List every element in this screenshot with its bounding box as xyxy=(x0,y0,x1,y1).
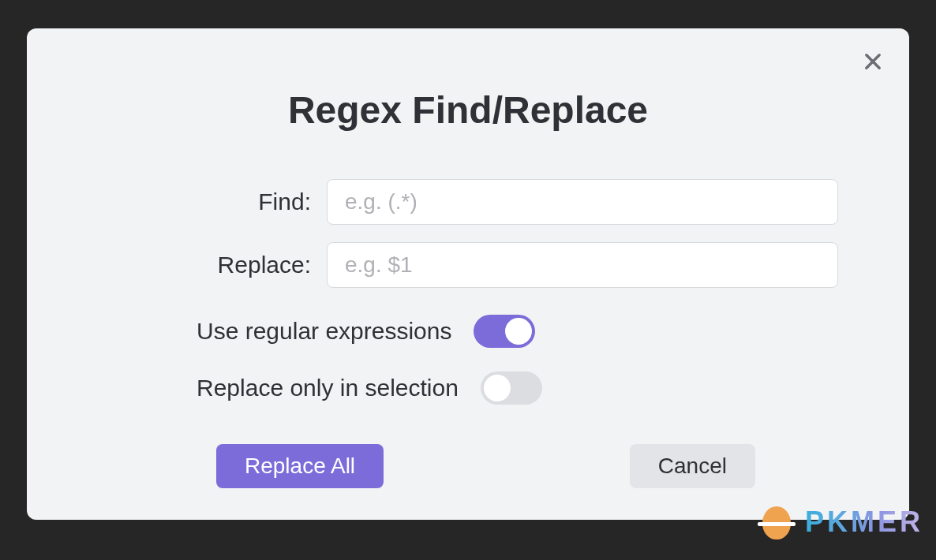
cancel-button[interactable]: Cancel xyxy=(630,444,755,488)
watermark: PKMER xyxy=(758,503,923,541)
find-label: Find: xyxy=(98,189,311,215)
watermark-logo-icon xyxy=(758,503,796,541)
toggle-rows: Use regular expressions Replace only in … xyxy=(58,315,878,405)
selection-only-label: Replace only in selection xyxy=(197,375,459,401)
find-replace-dialog: Regex Find/Replace Find: Replace: Use re… xyxy=(27,28,909,520)
watermark-text: PKMER xyxy=(805,506,923,539)
selection-only-row: Replace only in selection xyxy=(58,371,878,405)
find-input[interactable] xyxy=(327,179,838,225)
use-regex-toggle[interactable] xyxy=(474,315,535,348)
close-button[interactable] xyxy=(857,46,889,77)
use-regex-label: Use regular expressions xyxy=(197,318,451,345)
close-icon xyxy=(862,50,884,73)
use-regex-row: Use regular expressions xyxy=(58,315,878,348)
replace-all-button[interactable]: Replace All xyxy=(216,444,384,488)
replace-label: Replace: xyxy=(98,252,311,278)
form-rows: Find: Replace: xyxy=(58,179,878,288)
button-row: Replace All Cancel xyxy=(58,444,878,488)
toggle-knob xyxy=(484,375,511,401)
replace-input[interactable] xyxy=(327,242,838,288)
selection-only-toggle[interactable] xyxy=(481,371,542,405)
find-row: Find: xyxy=(98,179,838,225)
replace-row: Replace: xyxy=(98,242,838,288)
dialog-title: Regex Find/Replace xyxy=(58,88,878,132)
toggle-knob xyxy=(505,318,532,345)
